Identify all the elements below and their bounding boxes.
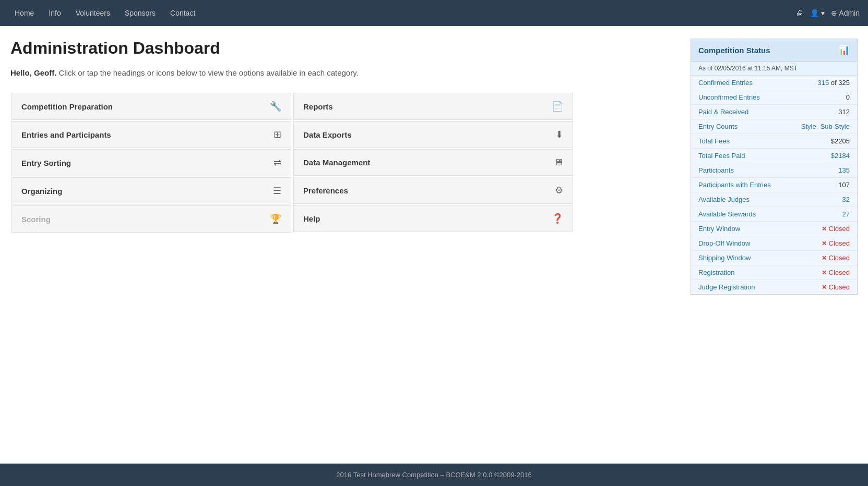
section-preferences[interactable]: Preferences ⚙	[293, 177, 573, 204]
registration-value: Closed	[829, 269, 850, 276]
confirmed-entries-blue[interactable]: 315	[818, 79, 829, 87]
available-judges-value[interactable]: 32	[842, 196, 850, 203]
unconfirmed-entries-label[interactable]: Unconfirmed Entries	[698, 93, 760, 101]
status-title: Competition Status	[698, 46, 770, 55]
user-chevron: ▾	[821, 9, 825, 17]
wrench-icon: 🔧	[270, 101, 281, 112]
admin-button[interactable]: ⊕ Admin	[831, 9, 860, 17]
paid-received-label[interactable]: Paid & Received	[698, 108, 748, 116]
status-row-judge-registration: Judge Registration ✕ Closed	[691, 280, 857, 294]
confirmed-entries-label[interactable]: Confirmed Entries	[698, 79, 753, 87]
nav-links: Home Info Volunteers Sponsors Contact	[8, 2, 795, 25]
status-row-participants: Participants 135	[691, 163, 857, 178]
section-data-management[interactable]: Data Management 🖥	[293, 149, 573, 176]
nav-info[interactable]: Info	[42, 2, 67, 25]
status-row-confirmed-entries: Confirmed Entries 315 of 325	[691, 76, 857, 90]
section-label-data-exports: Data Exports	[303, 130, 352, 139]
entry-window-label[interactable]: Entry Window	[698, 225, 740, 233]
status-row-unconfirmed-entries: Unconfirmed Entries 0	[691, 90, 857, 105]
shipping-window-label[interactable]: Shipping Window	[698, 254, 751, 262]
section-label-entries-participants: Entries and Participants	[21, 130, 111, 139]
nav-home[interactable]: Home	[8, 2, 40, 25]
status-body: Confirmed Entries 315 of 325 Unconfirmed…	[691, 76, 857, 294]
section-competition-preparation[interactable]: Competition Preparation 🔧	[11, 93, 291, 120]
status-row-total-fees-paid: Total Fees Paid $2184	[691, 149, 857, 163]
section-label-scoring: Scoring	[21, 215, 51, 224]
status-header: Competition Status 📊	[691, 39, 857, 62]
print-icon[interactable]: 🖨	[795, 8, 804, 18]
judge-registration-value: Closed	[829, 283, 850, 291]
available-judges-label[interactable]: Available Judges	[698, 196, 750, 203]
entries-icon: ⊞	[274, 129, 281, 140]
navbar: Home Info Volunteers Sponsors Contact 🖨 …	[0, 0, 868, 26]
chart-icon[interactable]: 📊	[838, 44, 850, 56]
main-container: Administration Dashboard Hello, Geoff. C…	[0, 26, 868, 307]
gear-icon: ⚙	[555, 185, 563, 196]
section-entry-sorting[interactable]: Entry Sorting ⇌	[11, 149, 291, 176]
available-stewards-value[interactable]: 27	[842, 210, 850, 218]
user-menu[interactable]: 👤 ▾	[810, 9, 825, 17]
footer: 2016 Test Homebrew Competition – BCOE&M …	[0, 464, 868, 486]
participants-label[interactable]: Participants	[698, 166, 734, 174]
status-row-entry-counts: Entry Counts Style Sub-Style	[691, 119, 857, 134]
sidebar: Competition Status 📊 As of 02/05/2016 at…	[691, 39, 858, 295]
status-row-participants-entries: Participants with Entries 107	[691, 178, 857, 192]
total-fees-label[interactable]: Total Fees	[698, 137, 730, 145]
unconfirmed-entries-value: 0	[846, 93, 850, 101]
registration-label[interactable]: Registration	[698, 269, 734, 276]
participants-entries-value: 107	[838, 181, 850, 189]
help-icon: ❓	[552, 213, 563, 224]
entry-counts-label[interactable]: Entry Counts	[698, 123, 738, 130]
available-stewards-label[interactable]: Available Stewards	[698, 210, 756, 218]
registration-closed: ✕ Closed	[822, 269, 850, 276]
paid-received-value: 312	[838, 108, 850, 116]
status-row-registration: Registration ✕ Closed	[691, 265, 857, 280]
footer-text: 2016 Test Homebrew Competition – BCOE&M …	[336, 471, 531, 479]
section-label-data-management: Data Management	[303, 158, 370, 167]
download-icon: ⬇	[555, 129, 563, 140]
welcome-suffix: Click or tap the headings or icons below…	[59, 68, 359, 77]
right-column: Reports 📄 Data Exports ⬇ Data Management…	[292, 92, 574, 234]
participants-entries-label[interactable]: Participants with Entries	[698, 181, 771, 189]
section-label-entry-sorting: Entry Sorting	[21, 159, 71, 167]
trophy-icon: 🏆	[270, 213, 281, 225]
dropoff-window-label[interactable]: Drop-Off Window	[698, 239, 750, 247]
dropoff-window-closed: ✕ Closed	[822, 239, 850, 247]
nav-contact[interactable]: Contact	[164, 2, 201, 25]
section-organizing[interactable]: Organizing ☰	[11, 177, 291, 204]
shipping-window-x-icon: ✕	[822, 254, 827, 262]
page-title: Administration Dashboard	[10, 39, 678, 58]
section-data-exports[interactable]: Data Exports ⬇	[293, 121, 573, 148]
section-help[interactable]: Help ❓	[293, 205, 573, 232]
dashboard-grid: Competition Preparation 🔧 Entries and Pa…	[10, 92, 574, 234]
dropoff-window-x-icon: ✕	[822, 240, 827, 247]
nav-right: 🖨 👤 ▾ ⊕ Admin	[795, 8, 860, 18]
status-row-available-judges: Available Judges 32	[691, 192, 857, 207]
organizing-icon: ☰	[273, 185, 281, 197]
sort-icon: ⇌	[274, 157, 281, 168]
data-management-icon: 🖥	[554, 157, 563, 168]
entry-window-x-icon: ✕	[822, 225, 827, 233]
section-label-preferences: Preferences	[303, 186, 348, 195]
registration-x-icon: ✕	[822, 269, 827, 276]
status-row-paid-received: Paid & Received 312	[691, 105, 857, 119]
section-label-reports: Reports	[303, 102, 333, 111]
participants-value[interactable]: 135	[838, 166, 850, 174]
judge-registration-label[interactable]: Judge Registration	[698, 283, 755, 291]
status-row-total-fees: Total Fees $2205	[691, 134, 857, 149]
welcome-text: Hello, Geoff. Click or tap the headings …	[10, 68, 678, 77]
nav-volunteers[interactable]: Volunteers	[69, 2, 116, 25]
entry-counts-style-link[interactable]: Style	[801, 123, 816, 130]
confirmed-entries-value: 315 of 325	[818, 79, 850, 87]
section-reports[interactable]: Reports 📄	[293, 93, 573, 120]
total-fees-paid-label[interactable]: Total Fees Paid	[698, 152, 745, 160]
entry-counts-substyle-link[interactable]: Sub-Style	[821, 123, 850, 130]
nav-sponsors[interactable]: Sponsors	[118, 2, 162, 25]
status-row-available-stewards: Available Stewards 27	[691, 207, 857, 222]
reports-icon: 📄	[552, 101, 563, 112]
section-entries-participants[interactable]: Entries and Participants ⊞	[11, 121, 291, 148]
total-fees-paid-value[interactable]: $2184	[831, 152, 850, 160]
dropoff-window-value: Closed	[829, 239, 850, 247]
left-column: Competition Preparation 🔧 Entries and Pa…	[10, 92, 292, 234]
welcome-name: Hello, Geoff.	[10, 68, 56, 77]
